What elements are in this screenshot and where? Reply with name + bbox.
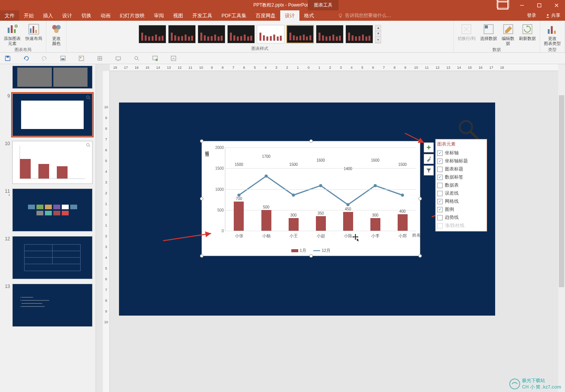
flyout-item[interactable]: 图表标题 bbox=[437, 165, 485, 173]
selection-handle[interactable] bbox=[309, 139, 313, 143]
chart-filters-button[interactable] bbox=[424, 165, 434, 175]
maximize-button[interactable] bbox=[530, 0, 548, 10]
minimize-button[interactable] bbox=[513, 0, 530, 10]
zoom-icon bbox=[86, 143, 91, 147]
flyout-title: 图表元素 bbox=[437, 141, 485, 147]
qat-icon-1[interactable] bbox=[59, 55, 67, 62]
chart-bar[interactable]: 300 bbox=[370, 218, 380, 231]
share-button[interactable]: 共享 bbox=[541, 10, 565, 21]
chart-bar[interactable]: 450 bbox=[343, 212, 353, 231]
scrollbar-thumb[interactable] bbox=[559, 95, 564, 287]
tab-slideshow[interactable]: 幻灯片放映 bbox=[115, 10, 149, 21]
chart-styles-button[interactable] bbox=[424, 154, 434, 164]
chart-object[interactable]: 销售额 0500100015002000700小张1500500小杨170030… bbox=[202, 141, 420, 256]
add-chart-element-button[interactable]: 添加图表 元素 bbox=[2, 22, 22, 47]
chart-bar[interactable]: 700 bbox=[234, 202, 244, 231]
flyout-item[interactable]: 坐标轴标题 bbox=[437, 157, 485, 165]
select-data-button[interactable]: 选择数据 bbox=[479, 22, 499, 42]
qat-icon-6[interactable] bbox=[151, 55, 159, 62]
flyout-item[interactable]: 误差线 bbox=[437, 189, 485, 197]
chart-bar[interactable]: 500 bbox=[261, 210, 271, 231]
tab-baidu[interactable]: 百度网盘 bbox=[251, 10, 280, 21]
tab-developer[interactable]: 开发工具 bbox=[188, 10, 217, 21]
chart-style-8[interactable] bbox=[345, 25, 373, 43]
svg-rect-17 bbox=[485, 25, 488, 28]
checkbox-icon bbox=[437, 223, 443, 228]
selection-handle[interactable] bbox=[309, 254, 313, 258]
slide-thumbnail-11[interactable] bbox=[12, 189, 93, 232]
selection-handle[interactable] bbox=[418, 197, 422, 200]
chart-style-3[interactable] bbox=[198, 25, 225, 43]
change-colors-button[interactable]: 更改 颜色 bbox=[49, 22, 64, 47]
selection-handle[interactable] bbox=[418, 254, 422, 258]
chart-style-6[interactable] bbox=[286, 25, 314, 43]
slide-thumbnail-8-partial[interactable] bbox=[12, 66, 93, 89]
slide-thumbnail-12[interactable] bbox=[12, 236, 93, 279]
svg-point-2 bbox=[339, 13, 342, 16]
tab-chart-format[interactable]: 格式 bbox=[299, 10, 319, 21]
selection-handle[interactable] bbox=[200, 197, 203, 200]
qat-icon-4[interactable] bbox=[114, 55, 122, 62]
chart-elements-button[interactable] bbox=[424, 142, 434, 152]
chart-style-4[interactable] bbox=[227, 25, 255, 43]
flyout-item[interactable]: 网格线 bbox=[437, 197, 485, 205]
vertical-scrollbar[interactable] bbox=[558, 65, 565, 392]
chart-style-5[interactable] bbox=[257, 25, 284, 43]
chart-style-1[interactable] bbox=[139, 25, 166, 43]
tab-home[interactable]: 开始 bbox=[19, 10, 38, 21]
selection-handle[interactable] bbox=[200, 139, 203, 143]
ribbon-display-options-icon[interactable] bbox=[496, 0, 509, 8]
tab-transitions[interactable]: 切换 bbox=[77, 10, 96, 21]
tab-pdf[interactable]: PDF工具集 bbox=[217, 10, 251, 21]
login-button[interactable]: 登录 bbox=[522, 10, 541, 21]
chart-styles-scroll[interactable]: ▲▼▾ bbox=[375, 25, 381, 43]
flyout-item[interactable]: 坐标轴 bbox=[437, 149, 485, 157]
qat-icon-2[interactable] bbox=[78, 55, 85, 62]
selection-handle[interactable] bbox=[200, 254, 203, 258]
tab-review[interactable]: 审阅 bbox=[149, 10, 169, 21]
tab-chart-design[interactable]: 设计 bbox=[280, 10, 299, 21]
chart-legend[interactable]: 1月 12月 bbox=[202, 248, 420, 253]
qat-icon-7[interactable] bbox=[170, 55, 177, 62]
tab-view[interactable]: 视图 bbox=[169, 10, 188, 21]
slide-thumbnail-13[interactable]: ▪ ━━━━━━━━━━▪ ━━━━━━━━━━━━━━━━━━━━━━━━ ━… bbox=[12, 284, 93, 327]
chart-style-7[interactable] bbox=[316, 25, 344, 43]
slide-thumbnails-panel[interactable]: 9 10 11* 12 13▪ ━━━━━━━━━━▪ ━━━━━━━━━━━━… bbox=[0, 64, 96, 392]
flyout-item[interactable]: 数据表 bbox=[437, 181, 485, 189]
change-chart-type-button[interactable]: 更改 图表类型 bbox=[542, 22, 562, 47]
y-axis-title[interactable]: 销售额 bbox=[204, 147, 210, 150]
chart-bar[interactable]: 300 bbox=[289, 218, 299, 231]
x-axis-title[interactable]: 姓名 bbox=[412, 232, 421, 238]
flyout-item[interactable]: 数据标签 bbox=[437, 173, 485, 181]
title-bar: PPT教程2.pptx - PowerPoint 图表工具 bbox=[0, 0, 565, 10]
flyout-item[interactable]: 趋势线 bbox=[437, 213, 485, 222]
save-button[interactable] bbox=[4, 55, 12, 62]
refresh-data-button[interactable]: 刷新数据 bbox=[517, 22, 537, 42]
ribbon-group-layout-label: 图表布局 bbox=[15, 47, 31, 53]
qat-icon-5[interactable] bbox=[133, 55, 140, 62]
tab-design-ppt[interactable]: 设计 bbox=[58, 10, 77, 21]
edit-data-button[interactable]: 编辑数 据 bbox=[500, 22, 516, 47]
redo-button[interactable] bbox=[41, 55, 48, 62]
chart-bar[interactable]: 400 bbox=[398, 214, 408, 231]
qat-icon-3[interactable] bbox=[96, 55, 104, 62]
quick-layout-button[interactable]: 快速布局 bbox=[24, 22, 44, 42]
chart-styles-gallery[interactable]: ▲▼▾ bbox=[137, 22, 383, 46]
chart-line-series[interactable] bbox=[225, 147, 416, 338]
close-button[interactable] bbox=[548, 0, 565, 10]
tab-file[interactable]: 文件 bbox=[0, 10, 19, 21]
slide-thumbnail-9[interactable] bbox=[12, 93, 93, 136]
undo-button[interactable] bbox=[22, 55, 30, 62]
chart-plot-area[interactable]: 0500100015002000700小张1500500小杨1700300小王1… bbox=[225, 147, 416, 231]
chart-style-2[interactable] bbox=[168, 25, 196, 43]
slide-thumbnail-10[interactable] bbox=[12, 141, 93, 184]
chart-bar[interactable]: 350 bbox=[316, 216, 326, 231]
switch-row-col-button[interactable]: 切换行/列 bbox=[456, 22, 477, 42]
slide-editor[interactable]: 1817161514131211109876543210123456789101… bbox=[96, 64, 565, 392]
selection-handle[interactable] bbox=[418, 139, 422, 143]
svg-point-32 bbox=[155, 59, 158, 61]
tell-me-search[interactable]: 告诉我您想要做什么… bbox=[338, 10, 391, 21]
tab-animations[interactable]: 动画 bbox=[96, 10, 115, 21]
tab-insert[interactable]: 插入 bbox=[38, 10, 58, 21]
flyout-item[interactable]: 图例 bbox=[437, 205, 485, 213]
